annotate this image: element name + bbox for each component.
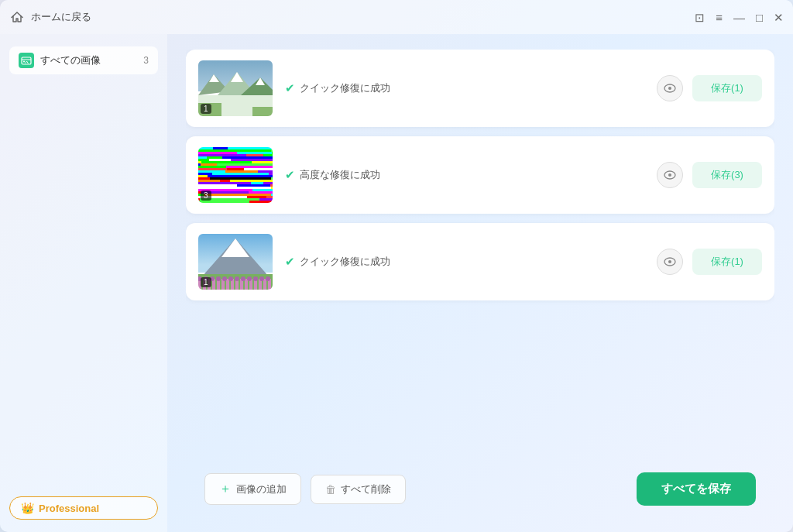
preview-button[interactable] xyxy=(657,249,683,275)
image-actions: 保存(3) xyxy=(657,162,762,188)
image-info: ✔ クイック修復に成功 xyxy=(285,81,644,95)
menu-icon[interactable]: ≡ xyxy=(716,12,723,23)
crown-icon: 👑 xyxy=(21,502,34,514)
image-list: 1 ✔ クイック修復に成功 保存(1) 3 ✔ 高度な修復に成功 保存 xyxy=(186,50,774,462)
professional-label: Professional xyxy=(39,503,99,514)
titlebar: ホームに戻る ⊡ ≡ — □ ✕ xyxy=(0,0,793,34)
delete-label: すべて削除 xyxy=(341,482,391,496)
save-button[interactable]: 保存(1) xyxy=(692,75,762,101)
save-button[interactable]: 保存(1) xyxy=(692,249,762,275)
image-card: 1 ✔ クイック修復に成功 保存(1) xyxy=(186,223,774,300)
home-icon[interactable] xyxy=(9,9,25,25)
svg-point-1 xyxy=(23,61,25,63)
image-actions: 保存(1) xyxy=(657,249,762,275)
main-layout: すべての画像 3 👑 Professional 1 ✔ クイック修復に成功 xyxy=(0,34,793,532)
sidebar-item-all-images[interactable]: すべての画像 3 xyxy=(9,46,158,74)
image-card: 3 ✔ 高度な修復に成功 保存(3) xyxy=(186,136,774,214)
check-icon: ✔ xyxy=(285,81,295,95)
svg-point-7 xyxy=(668,260,671,263)
svg-point-3 xyxy=(668,87,671,90)
maximize-icon[interactable]: □ xyxy=(756,12,763,23)
sidebar-item-count: 3 xyxy=(143,55,149,66)
image-info: ✔ 高度な修復に成功 xyxy=(285,168,644,182)
preview-button[interactable] xyxy=(657,75,683,101)
image-status: 高度な修復に成功 xyxy=(300,168,380,182)
save-button[interactable]: 保存(3) xyxy=(692,162,762,188)
monitor-icon[interactable]: ⊡ xyxy=(695,12,705,23)
thumb-badge: 1 xyxy=(201,277,211,287)
image-status: クイック修復に成功 xyxy=(300,81,390,95)
image-thumbnail: 1 xyxy=(198,234,273,290)
image-actions: 保存(1) xyxy=(657,75,762,101)
check-icon: ✔ xyxy=(285,168,295,182)
titlebar-controls: ⊡ ≡ — □ ✕ xyxy=(695,12,784,23)
sidebar: すべての画像 3 👑 Professional xyxy=(0,34,167,532)
image-thumbnail: 1 xyxy=(198,60,273,116)
trash-icon: 🗑 xyxy=(325,483,336,496)
content-area: 1 ✔ クイック修復に成功 保存(1) 3 ✔ 高度な修復に成功 保存 xyxy=(167,34,793,532)
save-all-button[interactable]: すべてを保存 xyxy=(637,472,756,506)
thumb-badge: 3 xyxy=(201,190,211,201)
add-label: 画像の追加 xyxy=(236,482,287,496)
titlebar-home-link[interactable]: ホームに戻る xyxy=(31,10,91,24)
image-status: クイック修復に成功 xyxy=(300,255,390,269)
preview-button[interactable] xyxy=(657,162,683,188)
thumb-badge: 1 xyxy=(201,104,211,114)
sidebar-item-label: すべての画像 xyxy=(40,53,137,67)
plus-icon: ＋ xyxy=(219,481,232,497)
bottom-bar: ＋ 画像の追加 🗑 すべて削除 すべてを保存 xyxy=(186,462,774,517)
image-card: 1 ✔ クイック修復に成功 保存(1) xyxy=(186,50,774,127)
svg-point-5 xyxy=(668,173,671,177)
close-icon[interactable]: ✕ xyxy=(774,12,784,23)
delete-all-button[interactable]: 🗑 すべて削除 xyxy=(311,475,406,504)
image-info: ✔ クイック修復に成功 xyxy=(285,255,644,269)
image-thumbnail: 3 xyxy=(198,147,273,203)
minimize-icon[interactable]: — xyxy=(733,12,745,23)
check-icon: ✔ xyxy=(285,255,295,269)
svg-rect-0 xyxy=(22,57,31,64)
professional-badge[interactable]: 👑 Professional xyxy=(9,496,158,520)
image-folder-icon xyxy=(19,53,34,68)
titlebar-left: ホームに戻る xyxy=(9,9,91,25)
add-image-button[interactable]: ＋ 画像の追加 xyxy=(204,473,301,505)
